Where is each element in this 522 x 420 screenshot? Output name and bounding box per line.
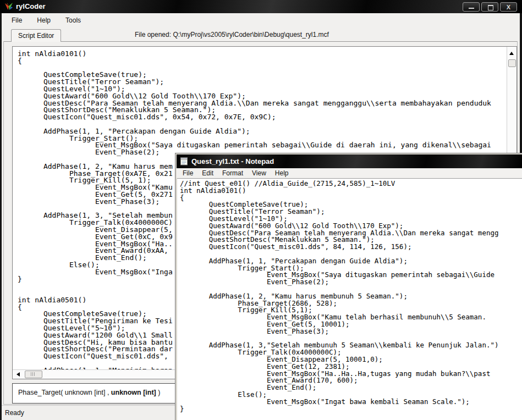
maximize-icon	[488, 5, 493, 10]
window-controls: X	[463, 2, 517, 12]
maximize-button[interactable]	[481, 2, 498, 12]
notepad-menu-edit[interactable]: Edit	[197, 169, 218, 178]
file-opened-label: File opened: Q:\myProj\vs2005\rylCoder\b…	[135, 31, 329, 38]
hint-active-param: unknown [int]	[111, 389, 156, 396]
horizontal-scroll-thumb[interactable]	[25, 371, 42, 378]
status-text: Ready	[5, 409, 24, 417]
menu-tools[interactable]: Tools	[63, 15, 83, 26]
notepad-menu-file[interactable]: File	[178, 169, 197, 178]
notepad-menu-help[interactable]: Help	[271, 169, 293, 178]
notepad-titlebar[interactable]: Quest_ryl1.txt - Notepad	[177, 154, 522, 168]
window-border-left	[0, 0, 2, 420]
rylcoder-titlebar[interactable]: rylCoder X	[0, 0, 522, 13]
rylcoder-logo-icon	[4, 2, 13, 11]
rylcoder-window: rylCoder X File Help Tools Script Editor…	[0, 0, 522, 420]
close-button[interactable]: X	[500, 2, 517, 12]
notepad-window: Quest_ryl1.txt - Notepad File Edit Forma…	[175, 153, 522, 420]
hint-prefix: Phase_Target( unknown [int] ,	[18, 389, 111, 396]
scroll-left-arrow-icon[interactable]	[17, 372, 20, 377]
notepad-menu-view[interactable]: View	[248, 169, 271, 178]
minimize-icon	[469, 8, 474, 9]
notepad-menu-format[interactable]: Format	[218, 169, 248, 178]
notepad-menubar: File Edit Format View Help	[177, 168, 522, 178]
menu-help[interactable]: Help	[35, 15, 53, 26]
notepad-title: Quest_ryl1.txt - Notepad	[191, 154, 274, 168]
notepad-file-icon	[180, 157, 188, 165]
hint-suffix: )	[156, 389, 161, 396]
menu-file[interactable]: File	[9, 15, 24, 26]
scroll-up-arrow-icon[interactable]	[509, 52, 514, 55]
rylcoder-menubar: File Help Tools	[2, 13, 520, 27]
notepad-textarea[interactable]: //int Quest_e01() //Aldia_Guide_(2715,24…	[177, 179, 522, 420]
tab-script-editor[interactable]: Script Editor	[11, 29, 61, 42]
vertical-scroll-thumb[interactable]	[508, 59, 516, 67]
notepad-client-area: //int Quest_e01() //Aldia_Guide_(2715,24…	[177, 178, 522, 420]
window-title: rylCoder	[16, 0, 45, 13]
minimize-button[interactable]	[463, 2, 480, 12]
close-icon: X	[501, 3, 516, 11]
